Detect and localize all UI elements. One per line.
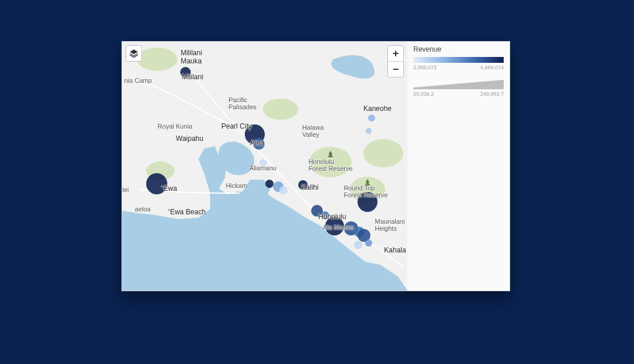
tree-icon xyxy=(364,179,371,186)
basemap xyxy=(122,42,407,291)
legend-size-max: 249,953.7 xyxy=(480,91,504,97)
legend-color-max: 4,999,074 xyxy=(480,65,504,70)
tree-icon xyxy=(327,151,334,158)
data-bubble[interactable] xyxy=(358,192,377,212)
layers-button[interactable] xyxy=(126,45,142,62)
data-bubble[interactable] xyxy=(180,67,191,77)
zoom-in-button[interactable]: + xyxy=(388,46,403,62)
legend-title: Revenue xyxy=(413,45,504,53)
data-bubble[interactable] xyxy=(259,159,267,166)
legend-size-ramp xyxy=(413,79,504,89)
legend-pane: Revenue 2,000,072 4,999,074 20,036.2 249… xyxy=(407,42,510,291)
map-card: + − MililaniMaukaMililaninia CampPacific… xyxy=(122,41,510,291)
data-bubble[interactable] xyxy=(146,173,167,194)
data-bubble[interactable] xyxy=(365,240,372,247)
svg-point-6 xyxy=(137,48,177,71)
data-bubble[interactable] xyxy=(368,114,375,122)
svg-point-3 xyxy=(263,99,298,120)
map-pane[interactable]: + − MililaniMaukaMililaninia CampPacific… xyxy=(122,42,408,291)
data-bubble[interactable] xyxy=(354,241,362,249)
layers-icon xyxy=(129,49,139,58)
data-bubble[interactable] xyxy=(265,180,274,188)
data-bubble[interactable] xyxy=(298,180,308,190)
data-bubble[interactable] xyxy=(325,217,344,235)
legend-color-ramp xyxy=(413,57,504,63)
zoom-control: + − xyxy=(387,45,404,77)
zoom-out-button[interactable]: − xyxy=(388,62,403,77)
data-bubble[interactable] xyxy=(279,186,288,194)
legend-color-min: 2,000,072 xyxy=(413,65,437,70)
svg-point-4 xyxy=(363,139,403,167)
svg-marker-7 xyxy=(413,80,504,89)
legend-size-min: 20,036.2 xyxy=(413,91,434,97)
data-bubble[interactable] xyxy=(366,128,372,134)
data-bubble[interactable] xyxy=(253,138,265,150)
